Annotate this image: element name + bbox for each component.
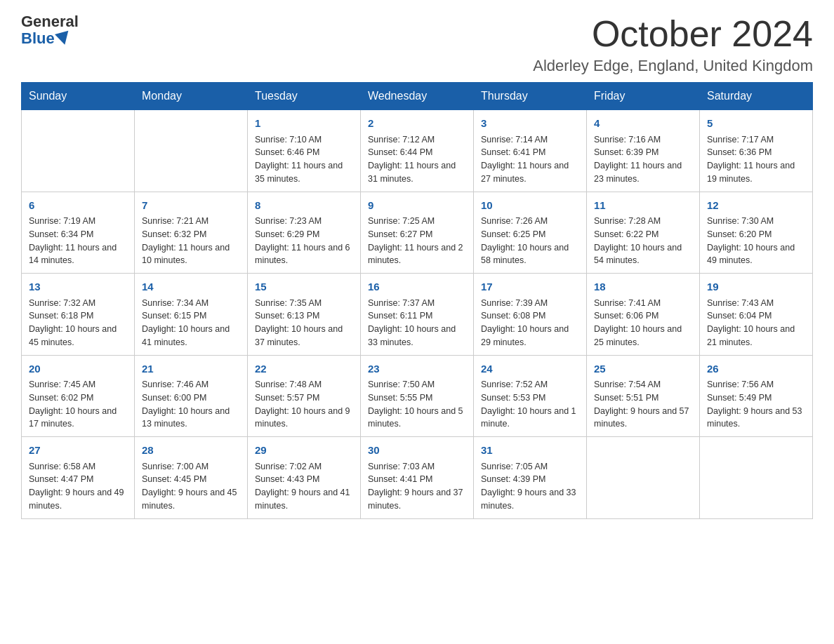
- calendar-cell: 27Sunrise: 6:58 AM Sunset: 4:47 PM Dayli…: [22, 437, 135, 519]
- calendar-cell: 8Sunrise: 7:23 AM Sunset: 6:29 PM Daylig…: [248, 192, 361, 274]
- page-header: General Blue October 2024 Alderley Edge,…: [21, 14, 813, 75]
- day-number: 3: [481, 116, 579, 132]
- calendar-week-row: 27Sunrise: 6:58 AM Sunset: 4:47 PM Dayli…: [22, 437, 813, 519]
- day-number: 30: [368, 443, 466, 459]
- calendar-cell: 19Sunrise: 7:43 AM Sunset: 6:04 PM Dayli…: [700, 274, 813, 356]
- day-number: 25: [594, 361, 692, 377]
- day-info: Sunrise: 7:39 AM Sunset: 6:08 PM Dayligh…: [481, 297, 579, 349]
- calendar-cell: 15Sunrise: 7:35 AM Sunset: 6:13 PM Dayli…: [248, 274, 361, 356]
- day-number: 13: [29, 279, 127, 295]
- day-info: Sunrise: 7:43 AM Sunset: 6:04 PM Dayligh…: [707, 297, 805, 349]
- logo-blue-text: Blue: [21, 29, 70, 48]
- day-info: Sunrise: 7:21 AM Sunset: 6:32 PM Dayligh…: [142, 215, 240, 267]
- day-info: Sunrise: 7:41 AM Sunset: 6:06 PM Dayligh…: [594, 297, 692, 349]
- calendar-cell: 9Sunrise: 7:25 AM Sunset: 6:27 PM Daylig…: [361, 192, 474, 274]
- day-number: 12: [707, 198, 805, 214]
- day-number: 10: [481, 198, 579, 214]
- calendar-cell: 1Sunrise: 7:10 AM Sunset: 6:46 PM Daylig…: [248, 110, 361, 192]
- logo-general-text: General: [21, 14, 79, 29]
- header-saturday: Saturday: [700, 83, 813, 110]
- calendar-week-row: 1Sunrise: 7:10 AM Sunset: 6:46 PM Daylig…: [22, 110, 813, 192]
- day-number: 16: [368, 279, 466, 295]
- header-sunday: Sunday: [22, 83, 135, 110]
- calendar-cell: 13Sunrise: 7:32 AM Sunset: 6:18 PM Dayli…: [22, 274, 135, 356]
- header-friday: Friday: [587, 83, 700, 110]
- day-info: Sunrise: 7:17 AM Sunset: 6:36 PM Dayligh…: [707, 133, 805, 186]
- calendar-cell: 12Sunrise: 7:30 AM Sunset: 6:20 PM Dayli…: [700, 192, 813, 274]
- day-number: 23: [368, 361, 466, 377]
- day-info: Sunrise: 7:16 AM Sunset: 6:39 PM Dayligh…: [594, 133, 692, 186]
- calendar-cell: 7Sunrise: 7:21 AM Sunset: 6:32 PM Daylig…: [135, 192, 248, 274]
- calendar-cell: 10Sunrise: 7:26 AM Sunset: 6:25 PM Dayli…: [474, 192, 587, 274]
- day-number: 5: [707, 116, 805, 132]
- day-info: Sunrise: 7:23 AM Sunset: 6:29 PM Dayligh…: [255, 215, 353, 267]
- calendar-table: Sunday Monday Tuesday Wednesday Thursday…: [21, 82, 813, 519]
- day-number: 9: [368, 198, 466, 214]
- header-wednesday: Wednesday: [361, 83, 474, 110]
- day-info: Sunrise: 7:37 AM Sunset: 6:11 PM Dayligh…: [368, 297, 466, 349]
- calendar-cell: [22, 110, 135, 192]
- day-info: Sunrise: 7:25 AM Sunset: 6:27 PM Dayligh…: [368, 215, 466, 267]
- day-info: Sunrise: 7:32 AM Sunset: 6:18 PM Dayligh…: [29, 297, 127, 349]
- calendar-cell: 20Sunrise: 7:45 AM Sunset: 6:02 PM Dayli…: [22, 355, 135, 437]
- day-number: 15: [255, 279, 353, 295]
- day-number: 26: [707, 361, 805, 377]
- day-number: 4: [594, 116, 692, 132]
- day-info: Sunrise: 7:54 AM Sunset: 5:51 PM Dayligh…: [594, 378, 692, 431]
- calendar-cell: 3Sunrise: 7:14 AM Sunset: 6:41 PM Daylig…: [474, 110, 587, 192]
- calendar-cell: 26Sunrise: 7:56 AM Sunset: 5:49 PM Dayli…: [700, 355, 813, 437]
- day-number: 6: [29, 198, 127, 214]
- location-text: Alderley Edge, England, United Kingdom: [533, 57, 813, 75]
- day-info: Sunrise: 7:19 AM Sunset: 6:34 PM Dayligh…: [29, 215, 127, 267]
- title-section: October 2024 Alderley Edge, England, Uni…: [533, 14, 813, 75]
- calendar-cell: 11Sunrise: 7:28 AM Sunset: 6:22 PM Dayli…: [587, 192, 700, 274]
- day-info: Sunrise: 7:46 AM Sunset: 6:00 PM Dayligh…: [142, 378, 240, 431]
- day-info: Sunrise: 7:30 AM Sunset: 6:20 PM Dayligh…: [707, 215, 805, 267]
- calendar-header-row: Sunday Monday Tuesday Wednesday Thursday…: [22, 83, 813, 110]
- calendar-cell: 29Sunrise: 7:02 AM Sunset: 4:43 PM Dayli…: [248, 437, 361, 519]
- calendar-cell: 5Sunrise: 7:17 AM Sunset: 6:36 PM Daylig…: [700, 110, 813, 192]
- day-info: Sunrise: 7:50 AM Sunset: 5:55 PM Dayligh…: [368, 378, 466, 431]
- day-number: 29: [255, 443, 353, 459]
- day-info: Sunrise: 7:45 AM Sunset: 6:02 PM Dayligh…: [29, 378, 127, 431]
- calendar-cell: 17Sunrise: 7:39 AM Sunset: 6:08 PM Dayli…: [474, 274, 587, 356]
- calendar-week-row: 6Sunrise: 7:19 AM Sunset: 6:34 PM Daylig…: [22, 192, 813, 274]
- day-info: Sunrise: 7:00 AM Sunset: 4:45 PM Dayligh…: [142, 460, 240, 513]
- day-info: Sunrise: 7:28 AM Sunset: 6:22 PM Dayligh…: [594, 215, 692, 267]
- day-info: Sunrise: 7:02 AM Sunset: 4:43 PM Dayligh…: [255, 460, 353, 513]
- calendar-week-row: 13Sunrise: 7:32 AM Sunset: 6:18 PM Dayli…: [22, 274, 813, 356]
- logo: General Blue: [21, 14, 79, 48]
- day-info: Sunrise: 7:35 AM Sunset: 6:13 PM Dayligh…: [255, 297, 353, 349]
- calendar-cell: 16Sunrise: 7:37 AM Sunset: 6:11 PM Dayli…: [361, 274, 474, 356]
- header-thursday: Thursday: [474, 83, 587, 110]
- day-number: 20: [29, 361, 127, 377]
- day-number: 31: [481, 443, 579, 459]
- calendar-cell: 4Sunrise: 7:16 AM Sunset: 6:39 PM Daylig…: [587, 110, 700, 192]
- day-number: 19: [707, 279, 805, 295]
- calendar-cell: 28Sunrise: 7:00 AM Sunset: 4:45 PM Dayli…: [135, 437, 248, 519]
- day-info: Sunrise: 7:10 AM Sunset: 6:46 PM Dayligh…: [255, 133, 353, 186]
- calendar-cell: 18Sunrise: 7:41 AM Sunset: 6:06 PM Dayli…: [587, 274, 700, 356]
- day-info: Sunrise: 7:48 AM Sunset: 5:57 PM Dayligh…: [255, 378, 353, 431]
- header-monday: Monday: [135, 83, 248, 110]
- day-number: 7: [142, 198, 240, 214]
- calendar-cell: 24Sunrise: 7:52 AM Sunset: 5:53 PM Dayli…: [474, 355, 587, 437]
- header-tuesday: Tuesday: [248, 83, 361, 110]
- day-number: 24: [481, 361, 579, 377]
- day-number: 14: [142, 279, 240, 295]
- calendar-cell: [135, 110, 248, 192]
- calendar-cell: 22Sunrise: 7:48 AM Sunset: 5:57 PM Dayli…: [248, 355, 361, 437]
- day-info: Sunrise: 7:26 AM Sunset: 6:25 PM Dayligh…: [481, 215, 579, 267]
- logo-triangle-icon: [55, 31, 72, 47]
- calendar-cell: [587, 437, 700, 519]
- calendar-cell: 21Sunrise: 7:46 AM Sunset: 6:00 PM Dayli…: [135, 355, 248, 437]
- day-number: 1: [255, 116, 353, 132]
- calendar-cell: 2Sunrise: 7:12 AM Sunset: 6:44 PM Daylig…: [361, 110, 474, 192]
- day-info: Sunrise: 7:56 AM Sunset: 5:49 PM Dayligh…: [707, 378, 805, 431]
- calendar-cell: 6Sunrise: 7:19 AM Sunset: 6:34 PM Daylig…: [22, 192, 135, 274]
- day-info: Sunrise: 7:14 AM Sunset: 6:41 PM Dayligh…: [481, 133, 579, 186]
- day-number: 2: [368, 116, 466, 132]
- calendar-cell: 25Sunrise: 7:54 AM Sunset: 5:51 PM Dayli…: [587, 355, 700, 437]
- day-info: Sunrise: 7:34 AM Sunset: 6:15 PM Dayligh…: [142, 297, 240, 349]
- day-number: 11: [594, 198, 692, 214]
